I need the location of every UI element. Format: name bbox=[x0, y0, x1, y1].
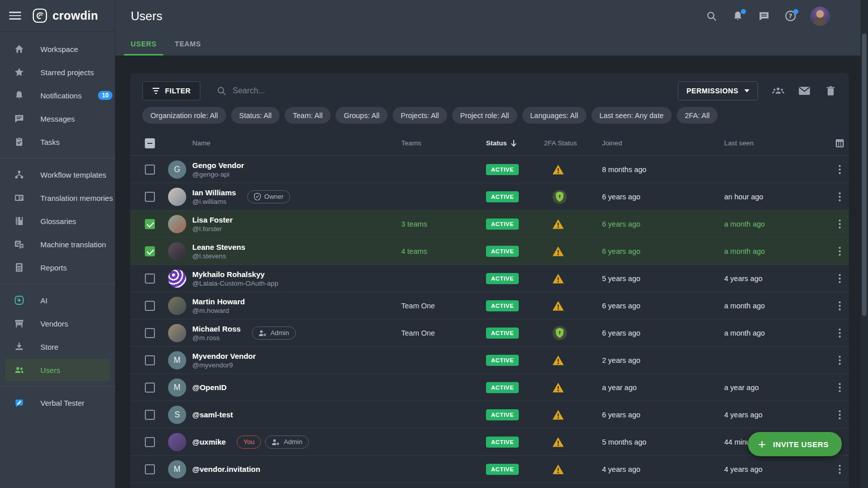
filter-chip[interactable]: Team: All bbox=[285, 107, 331, 124]
table-row[interactable]: G Gengo Vendor @gengo-api ACTIVE 8 month… bbox=[130, 156, 849, 183]
sidebar-item-glossaries[interactable]: Glossaries bbox=[5, 210, 110, 232]
row-checkbox[interactable] bbox=[145, 328, 155, 338]
sidebar-item-label: AI bbox=[40, 296, 47, 305]
filter-chip[interactable]: Languages: All bbox=[522, 107, 586, 124]
menu-toggle-icon[interactable] bbox=[9, 10, 21, 22]
sidebar-item-machine-translation[interactable]: G Machine translation bbox=[5, 233, 110, 255]
sidebar-item-ai[interactable]: AI bbox=[5, 289, 110, 311]
row-menu-icon[interactable] bbox=[834, 356, 846, 365]
row-checkbox[interactable] bbox=[145, 383, 155, 393]
star-icon bbox=[14, 67, 24, 77]
teams-cell[interactable]: 4 teams bbox=[401, 247, 486, 255]
crowdin-logo[interactable]: crowdin bbox=[32, 8, 98, 23]
row-menu-icon[interactable] bbox=[834, 274, 846, 283]
filter-chip[interactable]: Last seen: Any date bbox=[591, 107, 672, 124]
tab-teams[interactable]: TEAMS bbox=[168, 32, 208, 56]
row-checkbox[interactable] bbox=[145, 301, 155, 311]
filter-chip[interactable]: 2FA: All bbox=[677, 107, 718, 124]
filter-button[interactable]: FILTER bbox=[142, 81, 200, 100]
row-menu-icon[interactable] bbox=[834, 247, 846, 256]
notifications-bell-icon[interactable] bbox=[732, 10, 744, 22]
row-checkbox[interactable] bbox=[145, 246, 155, 256]
search-icon[interactable] bbox=[706, 10, 718, 22]
card-toolbar: FILTER PERMISSIONS bbox=[130, 73, 849, 101]
user-badges: YouAdmin bbox=[237, 436, 309, 449]
tab-users[interactable]: USERS bbox=[124, 32, 164, 56]
sidebar-item-translation-memories[interactable]: Translation memories bbox=[5, 187, 110, 209]
table-row[interactable]: Leane Stevens @l.stevens 4 teams ACTIVE … bbox=[130, 238, 849, 265]
sidebar-item-vendors[interactable]: Vendors bbox=[5, 312, 110, 335]
table-row[interactable]: M @vendor.invitation ACTIVE 4 years ago … bbox=[130, 456, 849, 483]
sidebar-item-users[interactable]: Users bbox=[5, 359, 110, 381]
table-row[interactable]: M Myvendor Vendor @myvendor9 ACTIVE 2 ye… bbox=[130, 347, 849, 374]
row-menu-icon[interactable] bbox=[834, 383, 846, 392]
row-menu-icon[interactable] bbox=[834, 220, 846, 229]
row-menu-icon[interactable] bbox=[834, 329, 846, 338]
teams-cell[interactable]: 3 teams bbox=[401, 220, 486, 228]
column-header-name[interactable]: Name bbox=[192, 139, 401, 147]
filter-chip[interactable]: Status: All bbox=[231, 107, 280, 124]
sidebar-item-starred-projects[interactable]: Starred projects bbox=[5, 61, 110, 83]
columns-settings-icon[interactable] bbox=[834, 137, 846, 149]
table-row[interactable]: Martin Howard @m.howard Team One ACTIVE … bbox=[130, 292, 849, 319]
twofa-shield-icon bbox=[552, 189, 567, 204]
row-checkbox[interactable] bbox=[145, 192, 155, 202]
scrollbar-thumb[interactable] bbox=[862, 33, 866, 316]
table-row[interactable]: Ian Williams @i.williams Owner ACTIVE 6 … bbox=[130, 183, 849, 210]
user-name: Michael Ross bbox=[192, 324, 241, 333]
sidebar-item-reports[interactable]: Reports bbox=[5, 256, 110, 279]
delete-icon[interactable] bbox=[825, 85, 837, 97]
brand-name: crowdin bbox=[52, 9, 98, 23]
table-row[interactable]: Lisa Foster @l.forster 3 teams ACTIVE 6 … bbox=[130, 210, 849, 238]
row-menu-icon[interactable] bbox=[834, 465, 846, 474]
column-header-2fa[interactable]: 2FA Status bbox=[544, 139, 602, 147]
select-all-checkbox[interactable] bbox=[145, 138, 155, 148]
help-icon[interactable]: ? bbox=[784, 10, 796, 22]
table-row[interactable]: M @OpenID ACTIVE a year ago a year ago bbox=[130, 374, 849, 401]
sidebar-item-label: Store bbox=[40, 343, 59, 351]
row-menu-icon[interactable] bbox=[834, 192, 846, 201]
sidebar-item-label: Workflow templates bbox=[40, 171, 106, 179]
row-checkbox[interactable] bbox=[145, 274, 155, 284]
email-icon[interactable] bbox=[798, 85, 810, 97]
column-header-last-seen[interactable]: Last seen bbox=[724, 139, 828, 147]
table-row[interactable]: Michael Ross @m.ross Admin Team One ACTI… bbox=[130, 319, 849, 347]
scrollbar-track[interactable] bbox=[860, 0, 868, 488]
sidebar-item-messages[interactable]: Messages bbox=[5, 107, 110, 130]
row-checkbox[interactable] bbox=[145, 355, 155, 365]
row-menu-icon[interactable] bbox=[834, 301, 846, 310]
row-checkbox[interactable] bbox=[145, 219, 155, 229]
column-header-joined[interactable]: Joined bbox=[602, 139, 724, 147]
filter-chip[interactable]: Project role: All bbox=[452, 107, 517, 124]
row-checkbox[interactable] bbox=[145, 464, 155, 474]
column-header-status[interactable]: Status bbox=[486, 139, 544, 147]
add-to-group-icon[interactable] bbox=[772, 85, 784, 97]
badge-admin: Admin bbox=[265, 436, 309, 449]
table-row[interactable]: @uxmike YouAdmin ACTIVE 5 months ago 44 … bbox=[130, 428, 849, 456]
sidebar-item-tasks[interactable]: Tasks bbox=[5, 131, 110, 153]
filter-chip[interactable]: Groups: All bbox=[336, 107, 388, 124]
messages-icon[interactable] bbox=[758, 10, 770, 22]
column-header-teams[interactable]: Teams bbox=[401, 139, 486, 147]
table-row[interactable]: S @saml-test ACTIVE 6 years ago 4 years … bbox=[130, 401, 849, 428]
row-menu-icon[interactable] bbox=[834, 165, 846, 174]
sidebar-item-store[interactable]: Store bbox=[5, 336, 110, 358]
user-avatar[interactable] bbox=[810, 7, 830, 26]
row-checkbox[interactable] bbox=[145, 165, 155, 175]
row-menu-icon[interactable] bbox=[834, 410, 846, 419]
row-checkbox[interactable] bbox=[145, 437, 155, 447]
sidebar-item-workspace[interactable]: Workspace bbox=[5, 38, 110, 60]
invite-users-button[interactable]: + INVITE USERS bbox=[748, 432, 842, 456]
admin-gear-icon bbox=[272, 439, 280, 446]
plus-icon: + bbox=[758, 438, 766, 451]
sidebar-item-verbal-tester[interactable]: Verbal Tester bbox=[5, 392, 110, 414]
search-input[interactable] bbox=[233, 86, 384, 95]
sidebar-item-notifications[interactable]: Notifications 10 bbox=[5, 84, 110, 106]
filter-chip[interactable]: Projects: All bbox=[393, 107, 447, 124]
sidebar-item-workflow-templates[interactable]: Workflow templates bbox=[5, 164, 110, 186]
table-row[interactable]: Mykhailo Rohalskyy @Lalala-Custom-OAuth-… bbox=[130, 265, 849, 292]
row-checkbox[interactable] bbox=[145, 410, 155, 420]
filter-chip[interactable]: Organization role: All bbox=[142, 107, 226, 124]
permissions-dropdown[interactable]: PERMISSIONS bbox=[678, 81, 758, 100]
content: FILTER PERMISSIONS bbox=[115, 56, 868, 488]
